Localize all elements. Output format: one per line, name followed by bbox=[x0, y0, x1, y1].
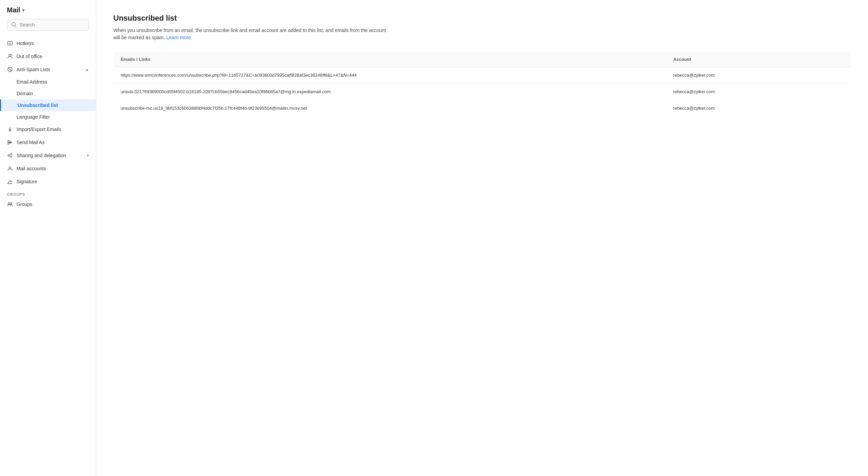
sidebar-item-hotkeys-label: Hotkeys bbox=[16, 41, 89, 46]
sidebar-item-signature-label: Signature bbox=[16, 179, 89, 184]
app-title-chevron-icon: ▾ bbox=[22, 8, 24, 13]
svg-line-7 bbox=[11, 54, 12, 54]
sidebar: Mail ▾ Hotkeys Out of office bbox=[0, 0, 96, 476]
sidebar-item-out-of-office-label: Out of office bbox=[16, 54, 89, 59]
groups-section-label: GROUPS bbox=[0, 188, 96, 198]
page-description: When you unsubscribe from an email, the … bbox=[113, 27, 388, 41]
app-title-text: Mail bbox=[7, 6, 20, 14]
svg-point-20 bbox=[8, 203, 10, 205]
table-row: https://www.wmconferences.com/unsubscrib… bbox=[114, 67, 851, 84]
sidebar-item-domain[interactable]: Domain bbox=[0, 88, 96, 99]
page-title: Unsubscribed list bbox=[113, 14, 851, 23]
mail-accounts-icon bbox=[7, 165, 13, 172]
sidebar-item-hotkeys[interactable]: Hotkeys bbox=[0, 37, 96, 50]
sidebar-item-unsubscribed-list-label: Unsubscribed list bbox=[18, 102, 58, 108]
import-export-icon bbox=[7, 126, 13, 132]
main-content: Unsubscribed list When you unsubscribe f… bbox=[96, 0, 868, 476]
out-of-office-icon bbox=[7, 53, 13, 60]
table-cell-account: rebecca@zylker.com bbox=[666, 67, 850, 84]
table-col-email-header: Emails / Links bbox=[114, 52, 667, 67]
table-cell-account: rebecca@zylker.com bbox=[666, 84, 850, 100]
send-mail-icon bbox=[7, 139, 13, 145]
anti-spam-icon bbox=[7, 66, 13, 73]
sidebar-item-import-export-label: Import/Export Emails bbox=[16, 127, 89, 132]
svg-point-6 bbox=[9, 54, 11, 56]
anti-spam-chevron-icon: ▲ bbox=[85, 67, 89, 72]
sidebar-item-anti-spam-lists[interactable]: Anti-Spam Lists ▲ bbox=[0, 63, 96, 76]
sidebar-item-import-export[interactable]: Import/Export Emails bbox=[0, 123, 96, 136]
table-cell-email: unsubscribe-mc.us18_9bf153c6063886bf4ddc… bbox=[114, 100, 667, 117]
sidebar-item-anti-spam-label: Anti-Spam Lists bbox=[16, 67, 82, 72]
table-row: unsubscribe-mc.us18_9bf153c6063886bf4ddc… bbox=[114, 100, 851, 117]
groups-icon bbox=[7, 201, 13, 207]
page-description-text: When you unsubscribe from an email, the … bbox=[113, 28, 386, 40]
table-header: Emails / Links Account bbox=[114, 52, 851, 67]
svg-point-21 bbox=[10, 203, 12, 205]
table-cell-account: rebecca@zylker.com bbox=[666, 100, 850, 117]
unsubscribed-list-table: Emails / Links Account https://www.wmcon… bbox=[113, 52, 851, 117]
table-cell-email: unsub-321769369000cd05f4502-b18185-2097c… bbox=[114, 84, 667, 100]
sidebar-item-language-filter[interactable]: Language Filter bbox=[0, 111, 96, 123]
sidebar-item-groups-label: Groups bbox=[16, 202, 89, 207]
signature-icon bbox=[7, 178, 13, 185]
sidebar-item-language-filter-label: Language Filter bbox=[16, 114, 50, 120]
table-col-account-header: Account bbox=[666, 52, 850, 67]
sidebar-item-mail-accounts-label: Mail accounts bbox=[16, 166, 89, 171]
svg-point-13 bbox=[8, 155, 9, 156]
search-box[interactable] bbox=[7, 19, 89, 31]
svg-point-18 bbox=[9, 167, 11, 169]
sharing-icon bbox=[7, 152, 13, 159]
sidebar-item-signature[interactable]: Signature bbox=[0, 175, 96, 188]
svg-line-1 bbox=[15, 26, 16, 27]
sidebar-item-email-address-label: Email Address bbox=[16, 79, 47, 85]
sidebar-item-mail-accounts[interactable]: Mail accounts bbox=[0, 162, 96, 175]
sidebar-item-out-of-office[interactable]: Out of office bbox=[0, 50, 96, 63]
sidebar-item-send-mail-as[interactable]: Send Mail As bbox=[0, 136, 96, 149]
search-input[interactable] bbox=[20, 22, 85, 28]
svg-point-15 bbox=[11, 156, 12, 158]
search-icon bbox=[11, 22, 17, 28]
table-body: https://www.wmconferences.com/unsubscrib… bbox=[114, 67, 851, 117]
sidebar-item-unsubscribed-list[interactable]: Unsubscribed list bbox=[0, 99, 96, 111]
sidebar-item-domain-label: Domain bbox=[16, 91, 33, 96]
hotkeys-icon bbox=[7, 40, 13, 46]
sidebar-item-groups[interactable]: Groups bbox=[0, 198, 96, 211]
table-row: unsub-321769369000cd05f4502-b18185-2097c… bbox=[114, 84, 851, 100]
svg-point-14 bbox=[11, 153, 12, 155]
sidebar-item-sharing-delegation[interactable]: Sharing and delegation ▾ bbox=[0, 149, 96, 162]
sidebar-header: Mail ▾ bbox=[0, 0, 96, 34]
svg-line-10 bbox=[9, 68, 12, 71]
svg-line-16 bbox=[9, 154, 11, 155]
sidebar-item-send-mail-as-label: Send Mail As bbox=[16, 140, 89, 145]
sidebar-nav: Hotkeys Out of office Anti-Spam Lists ▲ … bbox=[0, 34, 96, 214]
table-cell-email: https://www.wmconferences.com/unsubscrib… bbox=[114, 67, 667, 84]
sidebar-item-sharing-delegation-label: Sharing and delegation bbox=[16, 153, 84, 158]
svg-line-17 bbox=[9, 156, 11, 156]
sharing-chevron-icon: ▾ bbox=[87, 153, 89, 158]
app-title[interactable]: Mail ▾ bbox=[7, 6, 89, 14]
learn-more-link[interactable]: Learn more bbox=[166, 35, 191, 40]
sidebar-item-email-address[interactable]: Email Address bbox=[0, 76, 96, 88]
